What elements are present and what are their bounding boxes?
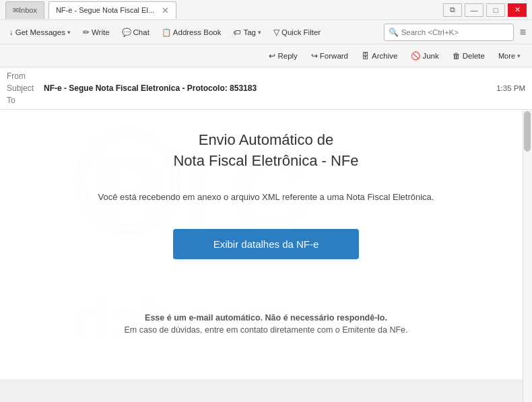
subject-row: Subject NF-e - Segue Nota Fiscal Eletron… [7,82,525,94]
reply-button[interactable]: ↩ Reply [263,47,303,65]
get-messages-icon: ↓ [9,28,13,36]
main-content: ↩ Reply ↪ Forward 🗄 Archive 🚫 Junk 🗑 Del… [0,44,532,402]
forward-icon: ↪ [311,51,318,61]
forward-label: Forward [320,52,348,60]
forward-button[interactable]: ↪ Forward [305,47,354,65]
write-button[interactable]: ✏ Write [77,23,115,42]
inbox-tab[interactable]: ✉ Inbox [5,1,44,19]
archive-label: Archive [372,52,397,60]
close-button[interactable]: ✕ [508,3,527,17]
email-tab-label: NF-e - Segue Nota Fiscal El... [56,6,154,14]
window-controls: ⧉ — □ ✕ [443,3,527,17]
address-book-button[interactable]: 📋 Address Book [156,23,227,42]
titlebar: ✉ Inbox NF-e - Segue Nota Fiscal El... ✕… [0,0,532,20]
cta-button[interactable]: Exibir datalhes da NF-e [173,229,360,259]
footer-line1: Esse é um e-mail automático. Não é neces… [40,313,492,323]
more-button[interactable]: More ▾ [492,47,527,65]
junk-icon: 🚫 [411,51,420,61]
email-scroll-area[interactable]: PTC risk.com Envio Automático de Nota Fi… [0,110,532,402]
email-header: From Subject NF-e - Segue Nota Fiscal El… [0,67,532,110]
chat-button[interactable]: 💬 Chat [117,23,155,42]
maximize-button[interactable]: □ [486,3,505,17]
inbox-icon: ✉ [13,6,19,15]
search-icon: 🔍 [389,28,399,37]
get-messages-chevron: ▾ [67,29,71,36]
archive-icon: 🗄 [362,52,370,60]
more-label: More [498,52,515,60]
footer-line2: Em caso de dúvidas, entre em contato dir… [40,325,492,335]
get-messages-label: Get Messages [15,28,65,36]
email-body-text: Você está recebendo em anexo o arquivo X… [40,192,492,202]
subject-label: Subject [7,83,44,93]
quick-filter-button[interactable]: ▽ Quick Filter [268,23,326,42]
reply-label: Reply [277,52,297,60]
email-footer: Esse é um e-mail automático. Não é neces… [40,313,492,335]
quick-filter-label: Quick Filter [281,28,321,36]
chat-label: Chat [133,28,149,36]
from-row: From [7,70,525,82]
to-row: To [7,94,525,106]
email-tab[interactable]: NF-e - Segue Nota Fiscal El... ✕ [48,1,176,19]
email-title-line1: Envio Automático de [199,131,334,148]
write-icon: ✏ [83,28,90,37]
search-box[interactable]: 🔍 [384,24,514,41]
tag-chevron: ▾ [258,29,261,36]
archive-button[interactable]: 🗄 Archive [356,47,403,65]
email-body: PTC risk.com Envio Automático de Nota Fi… [0,110,532,379]
write-label: Write [92,28,110,36]
tag-label: Tag [243,28,256,36]
address-book-label: Address Book [173,28,222,36]
filter-icon: ▽ [273,28,279,37]
scrollbar-thumb[interactable] [524,111,531,152]
email-content: Envio Automático de Nota Fiscal Eletrôni… [40,130,492,335]
chat-icon: 💬 [122,28,131,37]
subject-value: NF-e - Segue Nota Fiscal Eletronica - Pr… [44,83,496,93]
from-label: From [7,71,44,81]
delete-label: Delete [463,52,485,60]
delete-button[interactable]: 🗑 Delete [446,47,491,65]
scrollbar-track[interactable] [523,110,532,402]
tag-icon: 🏷 [233,28,241,36]
email-title: Envio Automático de Nota Fiscal Eletrôni… [40,130,492,172]
from-value [44,71,525,81]
address-book-icon: 📋 [162,28,171,37]
restore-button[interactable]: ⧉ [443,3,462,17]
tab-close-icon[interactable]: ✕ [162,5,169,15]
email-view: ↩ Reply ↪ Forward 🗄 Archive 🚫 Junk 🗑 Del… [0,44,532,402]
to-value [44,96,525,105]
titlebar-left: ✉ Inbox NF-e - Segue Nota Fiscal El... ✕ [5,1,176,19]
junk-label: Junk [422,52,438,60]
more-chevron: ▾ [517,53,521,59]
email-title-line2: Nota Fiscal Eletrônica - NFe [173,152,358,169]
junk-button[interactable]: 🚫 Junk [405,47,444,65]
delete-icon: 🗑 [453,52,461,60]
search-input[interactable] [401,28,509,36]
email-time: 1:35 PM [496,84,525,92]
main-toolbar: ↓ Get Messages ▾ ✏ Write 💬 Chat 📋 Addres… [0,20,532,44]
get-messages-button[interactable]: ↓ Get Messages ▾ [4,23,76,42]
reply-icon: ↩ [269,51,275,61]
inbox-tab-label: Inbox [19,6,37,14]
tag-button[interactable]: 🏷 Tag ▾ [228,23,267,42]
to-label: To [7,96,44,105]
minimize-button[interactable]: — [465,3,484,17]
menu-icon[interactable]: ≡ [518,24,528,40]
email-actions-bar: ↩ Reply ↪ Forward 🗄 Archive 🚫 Junk 🗑 Del… [0,44,532,67]
